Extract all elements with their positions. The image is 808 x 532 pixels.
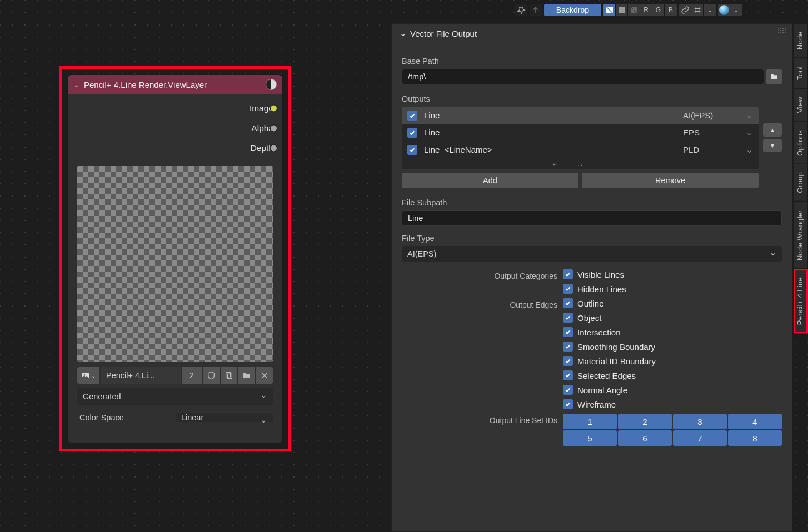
- file-type-select[interactable]: AI(EPS): [402, 246, 782, 262]
- svg-point-3: [84, 374, 86, 376]
- remove-button[interactable]: Remove: [582, 173, 759, 188]
- file-type-label: File Type: [402, 234, 782, 243]
- image-name-field[interactable]: Pencil+ 4.Li...: [101, 367, 181, 384]
- node-title: Pencil+ 4.Line Render.ViewLayer: [84, 80, 207, 89]
- check-visible-lines[interactable]: Visible Lines: [563, 269, 782, 279]
- channel-color-icon[interactable]: [603, 4, 616, 16]
- image-source-select[interactable]: Generated: [77, 388, 273, 405]
- tab-view[interactable]: View: [794, 88, 808, 121]
- channel-alpha-icon[interactable]: [616, 4, 628, 16]
- panel-header[interactable]: ⌄ Vector File Output: [392, 24, 792, 43]
- check-smoothing-boundary[interactable]: Smoothing Boundary: [563, 342, 782, 352]
- output-row[interactable]: Line EPS ⌄: [402, 124, 759, 141]
- line-set-id-5[interactable]: 5: [563, 430, 617, 446]
- svg-rect-4: [227, 374, 232, 378]
- browse-folder-button[interactable]: [766, 69, 782, 84]
- socket-dot-icon[interactable]: [270, 145, 277, 152]
- line-set-id-2[interactable]: 2: [618, 414, 672, 429]
- image-users-count[interactable]: 2: [182, 367, 202, 384]
- output-row[interactable]: Line AI(EPS) ⌄: [402, 107, 759, 124]
- output-checkbox[interactable]: [407, 128, 417, 138]
- snap-dropdown-icon[interactable]: ⌄: [704, 4, 716, 16]
- node-header[interactable]: ⌄ Pencil+ 4.Line Render.ViewLayer: [68, 75, 282, 94]
- output-row[interactable]: Line_<LineName> PLD ⌄: [402, 141, 759, 158]
- output-checkbox[interactable]: [407, 145, 417, 155]
- output-format[interactable]: PLD: [683, 145, 739, 154]
- tab-pencil-4-line[interactable]: Pencil+ 4 Line: [794, 269, 808, 333]
- shading-group: ⌄: [718, 4, 742, 16]
- check-material-id-boundary[interactable]: Material ID Boundary: [563, 356, 782, 366]
- tab-tool[interactable]: Tool: [794, 58, 808, 88]
- channel-r-button[interactable]: R: [640, 4, 652, 16]
- checkbox-icon: [563, 385, 573, 395]
- panel-grip-icon[interactable]: [777, 27, 787, 33]
- chevron-down-icon[interactable]: ⌄: [745, 128, 753, 138]
- socket-depth[interactable]: Depth: [68, 138, 273, 158]
- properties-panel: ⌄ Vector File Output Base Path /tmp\ Out…: [391, 23, 792, 532]
- tab-group[interactable]: Group: [794, 164, 808, 202]
- check-hidden-lines[interactable]: Hidden Lines: [563, 284, 782, 294]
- socket-image[interactable]: Image: [68, 98, 273, 118]
- outputs-list[interactable]: Line AI(EPS) ⌄ Line EPS ⌄ Line_<LineName…: [402, 107, 759, 169]
- tab-node-wrangler[interactable]: Node Wrangler: [794, 202, 808, 269]
- checkbox-icon: [563, 342, 573, 352]
- compositor-node[interactable]: ⌄ Pencil+ 4.Line Render.ViewLayer Image …: [67, 74, 283, 443]
- open-file-icon[interactable]: [238, 367, 255, 384]
- output-checkbox[interactable]: [407, 111, 417, 121]
- pin-icon[interactable]: [515, 4, 527, 16]
- add-button[interactable]: Add: [402, 173, 578, 188]
- shield-icon[interactable]: [203, 367, 220, 384]
- channel-bw-icon[interactable]: [628, 4, 640, 16]
- line-set-id-3[interactable]: 3: [673, 414, 727, 429]
- file-subpath-input[interactable]: Line: [402, 210, 782, 226]
- svg-rect-5: [226, 373, 231, 377]
- output-line-set-ids-label: Output Line Set IDs: [402, 414, 557, 425]
- check-outline[interactable]: Outline: [563, 298, 782, 308]
- output-format[interactable]: EPS: [683, 128, 739, 137]
- output-format[interactable]: AI(EPS): [683, 111, 739, 120]
- shading-dropdown-icon[interactable]: ⌄: [730, 4, 742, 16]
- line-set-id-7[interactable]: 7: [673, 430, 727, 446]
- check-object[interactable]: Object: [563, 313, 782, 323]
- line-set-id-8[interactable]: 8: [728, 430, 782, 446]
- tab-options[interactable]: Options: [794, 122, 808, 164]
- channel-b-button[interactable]: B: [665, 4, 677, 16]
- line-set-id-1[interactable]: 1: [563, 414, 617, 429]
- check-selected-edges[interactable]: Selected Edges: [563, 370, 782, 380]
- check-label: Hidden Lines: [577, 284, 626, 294]
- socket-alpha[interactable]: Alpha: [68, 118, 273, 138]
- base-path-input[interactable]: /tmp\: [402, 69, 764, 84]
- link-icon[interactable]: [679, 4, 691, 16]
- check-label: Smoothing Boundary: [577, 342, 655, 352]
- duplicate-icon[interactable]: [221, 367, 237, 384]
- chevron-down-icon[interactable]: ⌄: [745, 111, 753, 121]
- output-name: Line: [424, 128, 440, 137]
- move-up-button[interactable]: ▲: [763, 123, 782, 137]
- base-path-label: Base Path: [402, 57, 782, 66]
- color-space-label: Color Space: [77, 413, 171, 422]
- check-wireframe[interactable]: Wireframe: [563, 399, 782, 409]
- panel-title: Vector File Output: [410, 29, 477, 38]
- channel-display-group: R G B: [603, 4, 677, 16]
- line-set-ids-grid: 1 2 3 4 5 6 7 8: [563, 414, 782, 446]
- node-preview-image: [77, 166, 273, 362]
- checkbox-icon: [563, 298, 573, 308]
- backdrop-button[interactable]: Backdrop: [544, 4, 601, 16]
- line-set-id-6[interactable]: 6: [618, 430, 672, 446]
- parent-icon[interactable]: [530, 4, 542, 16]
- color-space-select[interactable]: Linear: [176, 413, 273, 422]
- sphere-shading-icon[interactable]: [718, 4, 730, 16]
- socket-dot-icon[interactable]: [270, 125, 277, 132]
- list-resize-grip[interactable]: ▸::::: [402, 158, 759, 169]
- chevron-down-icon[interactable]: ⌄: [745, 145, 753, 155]
- socket-dot-icon[interactable]: [270, 105, 277, 112]
- snap-grid-icon[interactable]: [691, 4, 704, 16]
- tab-node[interactable]: Node: [794, 23, 808, 58]
- line-set-id-4[interactable]: 4: [728, 414, 782, 429]
- channel-g-button[interactable]: G: [652, 4, 665, 16]
- check-intersection[interactable]: Intersection: [563, 327, 782, 337]
- move-down-button[interactable]: ▼: [763, 139, 782, 152]
- unlink-icon[interactable]: [256, 367, 273, 384]
- check-normal-angle[interactable]: Normal Angle: [563, 385, 782, 395]
- image-type-icon[interactable]: ⌄: [77, 367, 99, 384]
